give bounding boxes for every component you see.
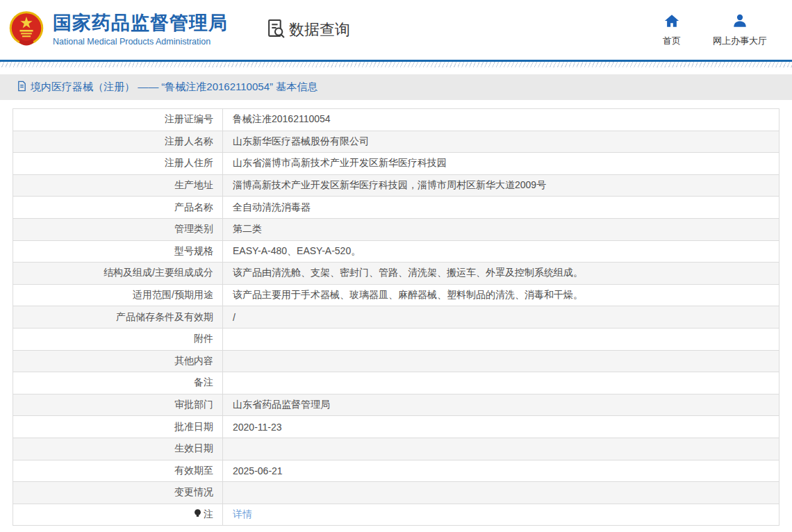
nav-home[interactable]: 首页	[663, 13, 681, 47]
table-row: 变更情况	[13, 482, 779, 504]
user-icon	[732, 13, 748, 31]
nav-home-label: 首页	[663, 35, 681, 47]
row-label-text: 其他内容	[174, 355, 213, 366]
breadcrumb-bar: 境内医疗器械（注册） —— “鲁械注准20162110054” 基本信息	[0, 74, 792, 100]
row-label: 注册人住所	[13, 153, 223, 175]
table-row: 结构及组成/主要组成成分 该产品由清洗舱、支架、密封门、管路、清洗架、搬运车、外…	[13, 263, 779, 285]
row-label: 生产地址	[13, 174, 223, 197]
detail-link[interactable]: 详情	[233, 508, 252, 519]
row-value: 山东省淄博市高新技术产业开发区新华医疗科技园	[223, 153, 779, 175]
row-label: 产品名称	[13, 197, 223, 219]
document-icon	[17, 81, 27, 94]
row-value: 山东新华医疗器械股份有限公司	[223, 131, 779, 153]
row-label: 型号规格	[13, 240, 223, 263]
row-value	[223, 482, 779, 504]
table-row: 其他内容	[13, 350, 779, 372]
table-row: 产品名称 全自动清洗消毒器	[13, 197, 779, 219]
bulb-icon	[193, 508, 202, 520]
row-label: 其他内容	[13, 350, 223, 372]
row-label: 产品储存条件及有效期	[13, 306, 223, 329]
row-value: /	[223, 306, 779, 329]
row-value	[223, 328, 779, 350]
header-nav: 首页 网上办事大厅	[663, 13, 767, 47]
data-query-label: 数据查询	[289, 19, 350, 40]
row-label: 注册人名称	[13, 131, 223, 153]
row-label-text: 产品名称	[174, 201, 213, 213]
row-label: 生效日期	[13, 438, 223, 460]
table-row: 备注	[13, 372, 779, 394]
row-label-text: 变更情况	[174, 486, 213, 497]
row-value: 该产品主要用于手术器械、玻璃器皿、麻醉器械、塑料制品的清洗、消毒和干燥。	[223, 284, 779, 306]
row-label: 管理类别	[13, 218, 223, 240]
row-label-text: 适用范围/预期用途	[133, 289, 213, 300]
row-label: 附件	[13, 328, 223, 350]
row-label: 有效期至	[13, 460, 223, 482]
row-label: 注	[13, 504, 223, 526]
org-titles: 国家药品监督管理局 National Medical Products Admi…	[53, 13, 228, 47]
row-label: 备注	[13, 372, 223, 394]
table-row: 管理类别 第二类	[13, 218, 779, 240]
row-label-text: 生产地址	[174, 179, 213, 190]
row-label-text: 产品储存条件及有效期	[116, 311, 213, 322]
table-row: 注册人名称 山东新华医疗器械股份有限公司	[13, 131, 779, 153]
table-row: 有效期至 2025-06-21	[13, 460, 779, 482]
table-row: 附件	[13, 328, 779, 350]
header-left: 国家药品监督管理局 National Medical Products Admi…	[8, 10, 350, 50]
row-label: 注册证编号	[13, 109, 223, 131]
row-label-text: 管理类别	[174, 223, 213, 234]
row-label-text: 生效日期	[174, 442, 213, 454]
nav-hall-label: 网上办事大厅	[713, 35, 767, 47]
nav-online-service-hall[interactable]: 网上办事大厅	[713, 13, 767, 47]
table-row: 适用范围/预期用途 该产品主要用于手术器械、玻璃器皿、麻醉器械、塑料制品的清洗、…	[13, 284, 779, 306]
row-value: 第二类	[223, 218, 779, 240]
row-value: 2025-06-21	[223, 460, 779, 482]
org-name-en: National Medical Products Administration	[53, 37, 228, 47]
home-icon	[664, 13, 679, 31]
row-label: 批准日期	[13, 416, 223, 438]
table-row: 注 详情	[13, 504, 779, 526]
row-label-text: 注	[204, 508, 213, 519]
row-label-text: 附件	[194, 333, 213, 344]
site-header: 国家药品监督管理局 National Medical Products Admi…	[0, 0, 792, 60]
table-row: 批准日期 2020-11-23	[13, 416, 779, 438]
row-value: 鲁械注准20162110054	[223, 109, 779, 131]
table-row: 生产地址 淄博高新技术产业开发区新华医疗科技园，淄博市周村区新华大道2009号	[13, 174, 779, 197]
row-value	[223, 350, 779, 372]
striped-band	[0, 62, 792, 67]
row-value: 详情	[223, 504, 779, 526]
row-value: EASY-A-480、EASY-A-520。	[223, 240, 779, 263]
national-emblem-logo	[8, 10, 44, 50]
row-label: 变更情况	[13, 482, 223, 504]
row-value	[223, 372, 779, 394]
row-label-text: 注册证编号	[165, 113, 213, 124]
row-label-text: 结构及组成/主要组成成分	[104, 267, 213, 278]
row-value: 该产品由清洗舱、支架、密封门、管路、清洗架、搬运车、外罩及控制系统组成。	[223, 263, 779, 285]
row-label-text: 审批部门	[174, 399, 213, 410]
row-value	[223, 438, 779, 460]
row-value: 全自动清洗消毒器	[223, 197, 779, 219]
table-row: 注册人住所 山东省淄博市高新技术产业开发区新华医疗科技园	[13, 153, 779, 175]
table-row: 注册证编号 鲁械注准20162110054	[13, 109, 779, 131]
row-value: 淄博高新技术产业开发区新华医疗科技园，淄博市周村区新华大道2009号	[223, 174, 779, 197]
table-row: 审批部门 山东省药品监督管理局	[13, 394, 779, 416]
main-content: 注册证编号 鲁械注准20162110054 注册人名称 山东新华医疗器械股份有限…	[0, 100, 792, 526]
row-label-text: 备注	[194, 376, 213, 388]
row-label-text: 注册人住所	[165, 157, 213, 168]
row-label-text: 型号规格	[174, 245, 213, 256]
data-query-link[interactable]: 数据查询	[267, 19, 350, 42]
row-label: 适用范围/预期用途	[13, 284, 223, 306]
row-label-text: 有效期至	[174, 465, 213, 476]
table-row: 产品储存条件及有效期 /	[13, 306, 779, 329]
row-value: 山东省药品监督管理局	[223, 394, 779, 416]
org-name-cn: 国家药品监督管理局	[53, 13, 228, 34]
table-row: 生效日期	[13, 438, 779, 460]
row-label-text: 批准日期	[174, 421, 213, 432]
registration-info-table: 注册证编号 鲁械注准20162110054 注册人名称 山东新华医疗器械股份有限…	[13, 108, 779, 526]
document-search-icon	[267, 19, 286, 42]
breadcrumb: 境内医疗器械（注册） —— “鲁械注准20162110054” 基本信息	[31, 81, 317, 94]
table-row: 型号规格 EASY-A-480、EASY-A-520。	[13, 240, 779, 263]
row-label: 审批部门	[13, 394, 223, 416]
row-value: 2020-11-23	[223, 416, 779, 438]
row-label: 结构及组成/主要组成成分	[13, 263, 223, 285]
row-label-text: 注册人名称	[165, 135, 213, 147]
